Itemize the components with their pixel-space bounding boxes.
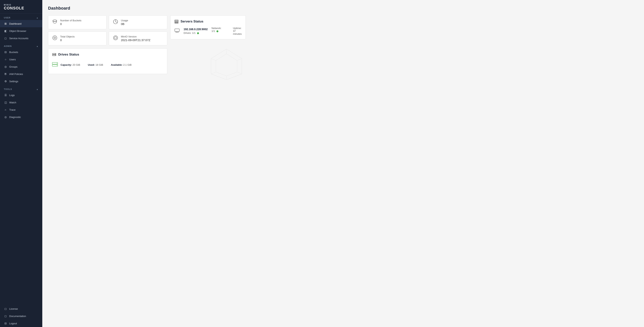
logout-icon: ⊟ xyxy=(4,322,7,325)
watch-icon: ◫ xyxy=(4,101,7,104)
drives-used: Used: 18 GiB xyxy=(88,63,103,66)
svg-point-15 xyxy=(57,65,57,65)
server-row: 192.168.0.228:9002 Drives: 1/1 Network: xyxy=(174,27,242,35)
sidebar-item-settings[interactable]: ⚙ Settings xyxy=(0,78,42,85)
stat-value-buckets: 0 xyxy=(60,22,82,25)
stat-value-version: 2021-09-09T21:37:07Z xyxy=(121,38,150,42)
drives-available: Available: 2.1 GiB xyxy=(111,63,132,66)
svg-line-27 xyxy=(237,72,242,74)
svg-rect-19 xyxy=(175,29,179,31)
stat-card-version: MinIO Version 2021-09-09T21:37:07Z xyxy=(109,31,167,45)
drives-icon xyxy=(52,52,56,57)
watermark-illustration xyxy=(170,47,246,82)
sidebar-item-trace[interactable]: ⟈ Trace xyxy=(0,106,42,113)
section-tools: TOOLS ▲ xyxy=(0,85,42,91)
dashboard-top: Number of Buckets 0 xyxy=(48,15,240,82)
stat-label-version: MinIO Version xyxy=(121,35,150,38)
svg-point-6 xyxy=(114,36,118,40)
main-content: Dashboard xyxy=(42,0,246,327)
stat-card-usage: Usage 0B xyxy=(109,15,167,29)
chevron-up-icon-tools: ▲ xyxy=(36,88,38,90)
network-status-dot xyxy=(216,30,218,32)
stat-info-buckets: Number of Buckets 0 xyxy=(60,19,82,25)
sidebar-item-users[interactable]: ○ Users xyxy=(0,56,42,63)
stat-info-usage: Usage 0B xyxy=(121,19,128,25)
logs-icon: ☰ xyxy=(4,93,7,97)
svg-point-14 xyxy=(57,63,57,63)
diagnostic-icon: ◎ xyxy=(4,115,7,119)
settings-icon: ⚙ xyxy=(4,79,7,83)
objects-stat-icon xyxy=(52,35,58,42)
drive-status-icon xyxy=(52,62,58,68)
server-info: 192.168.0.228:9002 Drives: 1/1 xyxy=(184,28,208,34)
groups-icon: ◎ xyxy=(4,65,7,68)
chevron-up-icon-admin: ▲ xyxy=(36,45,38,47)
dashboard-icon: ⊞ xyxy=(4,22,7,25)
svg-point-10 xyxy=(55,54,56,54)
sidebar-item-documentation[interactable]: ◻ Documentation xyxy=(0,313,42,320)
sidebar-item-diagnostic[interactable]: ◎ Diagnostic xyxy=(0,113,42,121)
drives-status-section: Drives Status xyxy=(48,48,167,74)
stat-label-buckets: Number of Buckets xyxy=(60,19,82,22)
svg-point-5 xyxy=(54,38,55,38)
server-uptime: Uptime: 37 minutes xyxy=(233,27,242,35)
sidebar-item-iam-policies[interactable]: ⛨ IAM Policies xyxy=(0,70,42,78)
buckets-stat-icon xyxy=(52,19,58,25)
left-panel: Number of Buckets 0 xyxy=(48,15,167,82)
logo-console: CONSOLE xyxy=(4,6,38,10)
stat-value-usage: 0B xyxy=(121,22,128,25)
users-icon: ○ xyxy=(4,58,7,61)
svg-point-7 xyxy=(114,37,117,39)
section-admin: ADMIN ▲ xyxy=(0,42,42,48)
sidebar: MINIO CONSOLE USER ▲ ⊞ Dashboard ◧ Objec… xyxy=(0,0,42,327)
svg-rect-17 xyxy=(175,21,178,22)
server-meta: Network: 1/1 Uptime: 37 minutes xyxy=(212,27,242,35)
iam-icon: ⛨ xyxy=(4,72,7,76)
buckets-icon: ⊟ xyxy=(4,50,7,54)
svg-point-11 xyxy=(55,55,56,55)
drives-row: Capacity: 20 GiB Used: 18 GiB Available: xyxy=(52,60,163,70)
sidebar-item-groups[interactable]: ◎ Groups xyxy=(0,63,42,70)
service-accounts-icon: ◻ xyxy=(4,36,7,40)
server-drives: Drives: 1/1 xyxy=(184,31,208,34)
section-user: USER ▲ xyxy=(0,13,42,20)
sidebar-item-service-accounts[interactable]: ◻ Service Accounts xyxy=(0,34,42,42)
server-icon xyxy=(174,28,180,34)
version-stat-icon xyxy=(113,35,118,42)
svg-line-29 xyxy=(211,72,216,74)
sidebar-item-watch[interactable]: ◫ Watch xyxy=(0,99,42,106)
drives-status-title: Drives Status xyxy=(52,52,163,57)
stat-cards: Number of Buckets 0 xyxy=(48,15,167,45)
svg-line-26 xyxy=(237,59,242,60)
stat-value-objects: 0 xyxy=(60,38,74,42)
stat-card-objects: Total Objects 0 xyxy=(48,31,106,45)
stat-label-objects: Total Objects xyxy=(60,35,74,38)
server-address: 192.168.0.228:9002 xyxy=(184,28,208,31)
sidebar-item-buckets[interactable]: ⊟ Buckets xyxy=(0,48,42,56)
svg-line-30 xyxy=(211,59,216,60)
stat-card-buckets: Number of Buckets 0 xyxy=(48,15,106,29)
drives-status-dot xyxy=(197,32,199,34)
drives-capacity: Capacity: 20 GiB xyxy=(60,63,80,66)
svg-rect-16 xyxy=(175,20,178,21)
sidebar-item-license[interactable]: ◻ License xyxy=(0,305,42,313)
svg-marker-24 xyxy=(216,54,237,76)
stat-info-version: MinIO Version 2021-09-09T21:37:07Z xyxy=(121,35,150,42)
servers-status-section: Servers Status xyxy=(170,15,246,39)
stat-label-usage: Usage xyxy=(121,19,128,22)
svg-point-0 xyxy=(53,20,57,21)
servers-icon xyxy=(174,19,178,24)
sidebar-item-logout[interactable]: ⊟ Logout xyxy=(0,320,42,327)
svg-rect-18 xyxy=(175,23,178,23)
logo: MINIO CONSOLE xyxy=(0,0,42,13)
trace-icon: ⟈ xyxy=(4,108,7,111)
page-title: Dashboard xyxy=(48,6,240,11)
usage-stat-icon xyxy=(113,19,118,25)
license-icon: ◻ xyxy=(4,307,7,311)
servers-status-title: Servers Status xyxy=(174,19,242,24)
server-network: Network: 1/1 xyxy=(212,27,221,35)
chevron-up-icon: ▲ xyxy=(36,17,38,19)
sidebar-item-object-browser[interactable]: ◧ Object Browser xyxy=(0,27,42,34)
sidebar-item-logs[interactable]: ☰ Logs xyxy=(0,91,42,99)
sidebar-item-dashboard[interactable]: ⊞ Dashboard xyxy=(0,20,42,27)
